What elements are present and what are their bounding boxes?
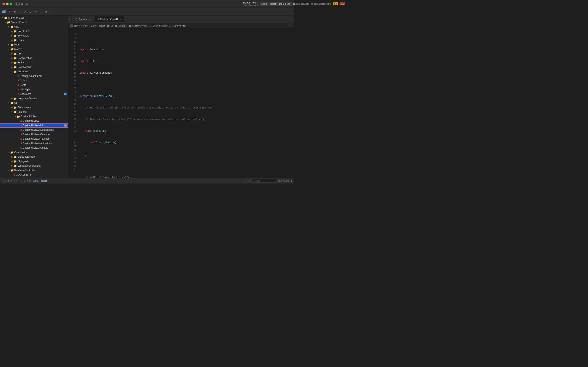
swift-tab-icon: S — [76, 18, 77, 20]
sidebar-item-models[interactable]: ▼ 📁 Models — [0, 47, 68, 51]
folder-icon[interactable] — [2, 9, 6, 14]
debug-icon-4[interactable]: ⬆ — [16, 179, 18, 182]
breadcrumb-item-5[interactable]: CustomUIView+UI — [153, 25, 171, 27]
svg-rect-2 — [17, 4, 19, 4]
sidebar-item-label: Files — [14, 43, 19, 46]
project-selector[interactable]: Starter Project tutorial/open-url — [243, 1, 259, 6]
sidebar-item-constraints[interactable]: ▶ 📁 Constraints — [0, 29, 68, 33]
sidebar-item-label: CustomUIView — [21, 115, 37, 118]
sidebar-item-starter-project[interactable]: ▼ 📁 Starter Project — [0, 20, 68, 25]
expand-arrow: ▶ — [7, 44, 10, 46]
code-content[interactable]: import Foundation import UIKit import Ti… — [79, 29, 294, 178]
statusbar-add-button[interactable]: + — [2, 179, 6, 183]
folder-icon: 📁 — [17, 115, 20, 118]
sidebar-item-constants-swift[interactable]: S Constants M — [0, 92, 68, 96]
warning-icon[interactable]: △ — [23, 9, 27, 14]
sidebar-item-configuration[interactable]: ▶ 📁 Configuration — [0, 56, 68, 60]
sidebar-item-rootviewcontroller[interactable]: ▼ 📁 RootViewController — [0, 168, 68, 173]
minimize-button[interactable] — [6, 3, 9, 5]
tab-nav-back[interactable]: ‹ — [68, 17, 69, 21]
sidebar-item-screens[interactable]: ▼ 📁 Screens — [0, 110, 68, 114]
sidebar-item-customuiview-ui[interactable]: S CustomUIView+UI M — [0, 123, 68, 128]
rect-icon[interactable]: ▭ — [39, 9, 43, 14]
bookmark-icon[interactable]: ◇ — [28, 9, 33, 14]
git-icon[interactable]: ⌾ — [34, 9, 38, 14]
expand-arrow: ▶ — [11, 66, 13, 68]
tab-customuiview-ui[interactable]: S CustomUIView+UI ✕ — [95, 16, 125, 22]
debug-icon-9[interactable]: ◎ — [29, 179, 31, 182]
sidebar-item-customuiview-notifications[interactable]: S CustomUIView+Notifications — [0, 128, 68, 132]
sidebar-item-language-coordinator[interactable]: ▶ 📁 LanguageCoordinator — [0, 164, 68, 168]
swift-icon: S — [20, 142, 22, 145]
maximize-button[interactable] — [10, 3, 12, 5]
sidebar-item-customuiview-animations[interactable]: S CustomUIView+Animations — [0, 141, 68, 146]
grid-icon[interactable]: ⊟ — [44, 9, 49, 14]
folder-icon: 📁 — [10, 48, 13, 51]
sidebar-item-customuiview-touches[interactable]: S CustomUIView+Touches — [0, 137, 68, 141]
breadcrumb-back[interactable]: ‹ — [288, 24, 289, 27]
sidebar-item-files[interactable]: ▶ 📁 Files — [0, 42, 68, 47]
breadcrumb-item-3[interactable]: Screens — [118, 25, 127, 27]
debug-icon-7[interactable]: ⊞ — [24, 179, 25, 182]
breadcrumb-item-4[interactable]: CustomUIView — [132, 25, 147, 27]
sidebar-item-debugging-identifiers[interactable]: S DebuggingIdentifiers — [0, 74, 68, 78]
hierarchy-icon[interactable]: ⊞ — [12, 9, 17, 14]
debug-icon-6[interactable]: ⌾ — [21, 180, 23, 182]
breadcrumb-warning[interactable]: ⚠ — [290, 24, 292, 27]
sidebar-item-coordinators[interactable]: ▼ 📁 Coordinators — [0, 150, 68, 155]
debug-icon-2[interactable]: ⏸ — [10, 180, 12, 182]
breadcrumb-icon — [70, 25, 73, 27]
debug-icon[interactable]: ◉ — [7, 179, 9, 182]
debug-icon-8[interactable]: ↗ — [26, 179, 28, 182]
breadcrumb-item-0[interactable]: Starter Project — [74, 25, 88, 27]
sidebar-item-states[interactable]: ▶ 📁 States — [0, 60, 68, 65]
expand-arrow: ▼ — [11, 111, 13, 113]
search-icon[interactable]: ⌕ — [17, 9, 22, 14]
sidebar-item-root[interactable]: ▼ 📁 Starter Project — [0, 16, 68, 20]
tab-nav-forward[interactable]: › — [70, 17, 71, 21]
sidebar-item-viewcontroller[interactable]: S ViewController — [0, 173, 68, 177]
debug-icon-5[interactable]: ↩ — [18, 179, 20, 182]
tab-label: CustomUIView+UI — [100, 18, 118, 20]
code-line-12: extension CustomUIView { — [79, 94, 294, 98]
sidebar-item-customuiview-gestures[interactable]: S CustomUIView+Gestures — [0, 132, 68, 137]
sidebar-item-label: Starter Project — [11, 21, 27, 24]
sidebar-item-customuiview-file[interactable]: S CustomUIView — [0, 119, 68, 123]
breadcrumb-item-1[interactable]: Starter Project — [90, 25, 105, 27]
tab-constants[interactable]: S Constants ✕ — [73, 16, 94, 22]
sidebar-item-components[interactable]: ▶ 📁 Components — [0, 105, 68, 110]
sidebar-item-constants-folder[interactable]: ▼ 📁 Constants — [0, 69, 68, 74]
sidebar-item-customuiview-folder[interactable]: ▼ 📁 CustomUIView — [0, 114, 68, 119]
swift-icon: S — [17, 75, 19, 77]
sidebar-item-api[interactable]: ▶ 📁 API — [0, 51, 68, 56]
tab-close-icon[interactable]: ✕ — [90, 18, 91, 20]
sidebar-toggle-button[interactable] — [16, 2, 20, 6]
sidebar-item-customuiview-update[interactable]: S CustomUIView+Update — [0, 146, 68, 150]
code-editor[interactable]: 7 8 9 10 11 12 13 14 15 16 17 18 19 20 2… — [68, 29, 294, 178]
sidebar-item-styleguide[interactable]: ▶ 📁 Styleguide — [0, 159, 68, 164]
sidebar-item-data-coordinator[interactable]: ▶ 📁 DataCoordinator — [0, 155, 68, 159]
tab-close-icon[interactable]: ✕ — [120, 18, 121, 20]
stop-button[interactable]: ■ — [21, 2, 24, 5]
sidebar-item-ui[interactable]: ▼ 📁 UI — [0, 101, 68, 105]
statusbar: + ◉ ⏸ ⬇ ⬆ ↩ ⌾ ⊞ ↗ ◎ Starter Project ⊟ ⊞ … — [0, 178, 294, 184]
sidebar-item-fonts-swift[interactable]: S Fonts — [0, 83, 68, 87]
debug-icon-3[interactable]: ⬇ — [13, 179, 15, 182]
run-button[interactable]: ▶ — [26, 2, 29, 5]
sidebar-item-label: Coordinators — [14, 151, 28, 154]
breadcrumb-item-2[interactable]: UI — [111, 25, 113, 27]
sidebar-item-notifications[interactable]: ▶ 📁 Notifications — [0, 65, 68, 69]
device-selector[interactable]: Starter Project ▶ DelaPhone — [260, 2, 292, 6]
expand-arrow: ▶ — [11, 106, 13, 108]
project-name: Starter Project — [243, 1, 259, 4]
sidebar-item-scrollview[interactable]: ▶ 📁 ScrollView — [0, 33, 68, 38]
sidebar-item-uiimages[interactable]: S UIImages — [0, 87, 68, 92]
close-icon[interactable]: ✕ — [7, 9, 11, 14]
folder-icon: 📁 — [13, 52, 17, 55]
sidebar-item-language-content[interactable]: ▶ 📁 LanguageContent — [0, 96, 68, 101]
sidebar-item-utils[interactable]: ▼ 📁 Utils — [0, 25, 68, 29]
close-button[interactable] — [2, 3, 5, 5]
filter-box[interactable]: ⌕ Filter — [251, 179, 276, 183]
sidebar-item-fonts-utils[interactable]: ▶ 📁 Fonts — [0, 38, 68, 42]
sidebar-item-colors[interactable]: S Colors — [0, 78, 68, 83]
